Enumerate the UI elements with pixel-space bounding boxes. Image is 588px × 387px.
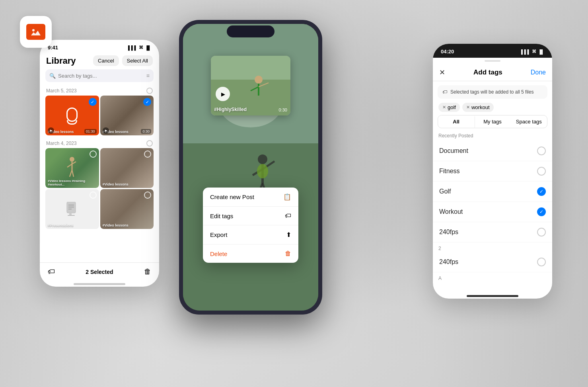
media-grid-2: #Video lessons #training #workout... #Vi…: [40, 148, 159, 188]
tag-item-240fps-2[interactable]: 240fps: [433, 252, 552, 272]
thumb-radio-3[interactable]: [90, 150, 97, 158]
play-button-thumb[interactable]: ▶: [216, 87, 230, 101]
tag-item-workout[interactable]: Workout ✓: [433, 202, 552, 222]
media-thumb-2[interactable]: #Video lessons ▶ 0:30 ✓: [100, 96, 154, 135]
bottom-bar-left: 🏷 2 Selected 🗑: [40, 262, 159, 281]
media-thumb-6[interactable]: #Video lessons: [100, 189, 154, 229]
info-banner: 🏷 Selected tags will be added to all 5 f…: [438, 85, 547, 99]
tag-item-document[interactable]: Document: [433, 141, 552, 161]
video-thumb-overlay: #HighlySkilled ▶ 0:30: [211, 56, 290, 115]
svg-line-4: [67, 164, 72, 167]
library-header: Library Cancel Select All: [40, 53, 159, 69]
home-indicator-right: [467, 295, 518, 297]
radio-workout-checked[interactable]: ✓: [537, 207, 546, 216]
media-thumb-3[interactable]: #Video lessons #training #workout...: [45, 148, 99, 188]
phone-screen-middle: #HighlySkilled ▶ 0:30 Create new Post 📋 …: [183, 24, 318, 311]
close-button[interactable]: ✕: [439, 68, 445, 77]
create-post-icon: 📋: [283, 193, 291, 201]
svg-line-7: [72, 170, 74, 177]
date-radio-1[interactable]: [146, 88, 153, 94]
tab-all[interactable]: All: [438, 115, 474, 128]
menu-delete[interactable]: Delete 🗑: [203, 244, 298, 263]
search-input[interactable]: [58, 73, 144, 79]
tab-space-tags[interactable]: Space tags: [511, 115, 547, 128]
status-icons-left: ▌▌▌ ⌘ ▐▌: [128, 45, 151, 50]
tag-label-golf: Golf: [439, 188, 451, 195]
svg-line-6: [70, 170, 72, 177]
thumb-duration-2: 0:30: [141, 129, 151, 134]
wifi-icon-right: ⌘: [532, 49, 536, 54]
media-grid-3: #Presentations #Video lessons: [40, 189, 159, 229]
media-thumb-5[interactable]: #Presentations: [45, 189, 99, 229]
tag-item-fitness[interactable]: Fitness: [433, 161, 552, 182]
svg-point-18: [258, 154, 267, 164]
tag-icon-bottom[interactable]: 🏷: [48, 268, 55, 276]
select-all-button[interactable]: Select All: [122, 55, 153, 66]
delete-label: Delete: [210, 250, 227, 257]
done-button[interactable]: Done: [531, 69, 546, 76]
date-header-2: March 4, 2023: [40, 138, 159, 148]
thumb-play-2[interactable]: ▶: [103, 127, 109, 134]
thumb-play-1[interactable]: ▶: [48, 127, 54, 134]
cancel-button[interactable]: Cancel: [93, 55, 119, 66]
battery-icon-right: ▐▌: [538, 49, 544, 54]
search-icon: 🔍: [49, 73, 56, 79]
signal-icon-right: ▌▌▌: [521, 49, 530, 54]
video-duration-thumb: 0:30: [279, 108, 287, 112]
radio-fitness[interactable]: [537, 167, 546, 176]
delete-icon: 🗑: [285, 250, 291, 257]
media-grid-1: #Video lessons ▶ 01:30 ✓ #Video lessons …: [40, 96, 159, 135]
media-thumb-4[interactable]: #Video lessons: [100, 148, 154, 188]
chip-x-golf[interactable]: ✕: [442, 105, 446, 110]
section-number-2: 2: [433, 242, 552, 252]
video-label: #HighlySkilled: [214, 107, 247, 112]
tag-chip-golf[interactable]: ✕ golf: [438, 103, 460, 112]
library-buttons: Cancel Select All: [93, 55, 153, 66]
thumb-check-2: ✓: [143, 98, 151, 106]
filter-icon[interactable]: ≡: [146, 72, 150, 79]
chip-label-workout: workout: [471, 104, 490, 110]
thumb-check-1: ✓: [89, 98, 97, 106]
svg-point-27: [255, 76, 263, 84]
tag-label-240fps-2: 240fps: [439, 258, 458, 266]
menu-edit-tags[interactable]: Edit tags 🏷: [203, 207, 298, 225]
mic-icon-1: [66, 108, 78, 122]
tag-item-golf[interactable]: Golf ✓: [433, 182, 552, 202]
menu-create-post[interactable]: Create new Post 📋: [203, 188, 298, 207]
phone-right: 04:20 ▌▌▌ ⌘ ▐▌ ✕ Add tags Done 🏷 Selecte…: [433, 44, 552, 299]
context-menu: Create new Post 📋 Edit tags 🏷 Export ⬆ D…: [203, 188, 298, 263]
edit-tags-label: Edit tags: [210, 213, 233, 219]
tag-chip-workout[interactable]: ✕ workout: [462, 103, 494, 112]
thumb-label-6: #Video lessons: [103, 223, 129, 227]
time-right: 04:20: [441, 49, 454, 55]
battery-icon: ▐▌: [145, 45, 151, 50]
thumb-radio-4[interactable]: [144, 150, 151, 158]
create-post-label: Create new Post: [210, 194, 254, 200]
tag-item-240fps[interactable]: 240fps: [433, 222, 552, 242]
phone-notch: [227, 25, 275, 37]
search-bar[interactable]: 🔍 ≡: [45, 69, 154, 82]
export-label: Export: [210, 231, 227, 238]
trash-icon-bottom[interactable]: 🗑: [144, 268, 151, 276]
menu-export[interactable]: Export ⬆: [203, 225, 298, 244]
thumb-radio-5[interactable]: [90, 192, 97, 199]
svg-point-24: [257, 164, 268, 178]
thumb-radio-6[interactable]: [144, 192, 151, 199]
radio-240fps[interactable]: [537, 228, 546, 236]
date-label-1: March 5, 2023: [46, 88, 77, 94]
phone-middle: #HighlySkilled ▶ 0:30 Create new Post 📋 …: [179, 20, 322, 315]
tag-info-icon: 🏷: [442, 89, 447, 95]
media-thumb-1[interactable]: #Video lessons ▶ 01:30 ✓: [45, 96, 99, 135]
chip-x-workout[interactable]: ✕: [466, 105, 470, 110]
app-logo[interactable]: [20, 16, 52, 48]
radio-golf-checked[interactable]: ✓: [537, 187, 546, 196]
radio-document[interactable]: [537, 147, 546, 155]
selected-tags-row: ✕ golf ✕ workout: [433, 103, 552, 115]
thumb-label-4: #Video lessons: [103, 182, 129, 186]
tab-my-tags[interactable]: My tags: [474, 115, 510, 128]
svg-point-2: [70, 157, 74, 162]
svg-rect-26: [211, 56, 290, 80]
section-recently-label: Recently Posted: [433, 131, 552, 141]
radio-240fps-2[interactable]: [537, 258, 546, 266]
date-radio-2[interactable]: [146, 140, 153, 147]
